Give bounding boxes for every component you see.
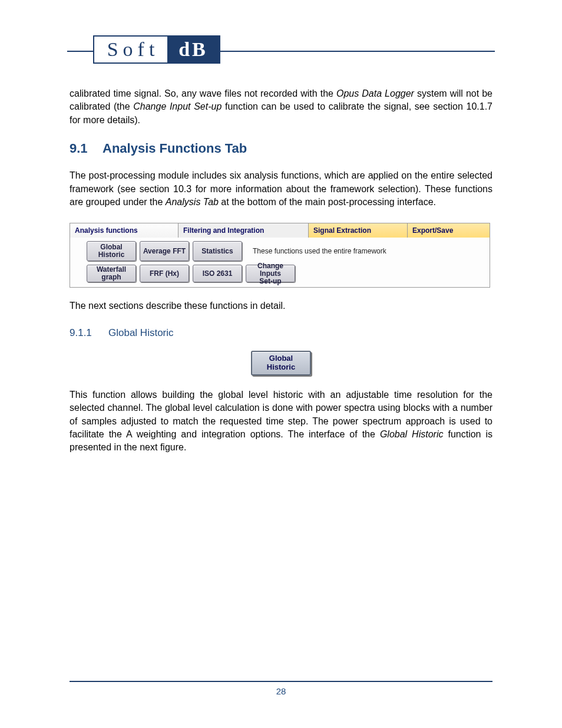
header-rule-right — [220, 51, 495, 52]
iso-2631-button[interactable]: ISO 2631 — [193, 265, 242, 282]
brand-logo: Soft dB — [93, 35, 220, 64]
brand-logo-soft: Soft — [94, 37, 167, 62]
header-rule-left — [67, 51, 93, 52]
em-change-input-setup: Change Input Set-up — [133, 101, 222, 111]
text: calibrated time signal. So, any wave fil… — [70, 88, 336, 98]
paragraph-next-sections: The next sections describe these functio… — [70, 299, 492, 312]
tab-strip: Analysis functions Filtering and Integra… — [70, 223, 490, 238]
em-opus-data-logger: Opus Data Logger — [336, 88, 414, 98]
footer-rule — [70, 681, 492, 682]
em-analysis-tab: Analysis Tab — [166, 197, 219, 207]
text: at the bottom of the main post-processin… — [219, 197, 436, 207]
em-global-historic: Global Historic — [380, 429, 444, 439]
tab-analysis-functions[interactable]: Analysis functions — [70, 223, 178, 238]
paragraph-9-1-1: This function allows building the global… — [70, 388, 492, 454]
heading-title: Global Historic — [108, 327, 174, 338]
change-inputs-setup-button[interactable]: Change InputsSet-up — [246, 265, 295, 282]
brand-logo-db: dB — [167, 37, 219, 62]
statistics-button[interactable]: Statistics — [193, 241, 242, 261]
figure-global-historic-button: GlobalHistoric — [70, 351, 492, 375]
paragraph-9-1: The post-processing module includes six … — [70, 169, 492, 209]
tab-signal-extraction[interactable]: Signal Extraction — [309, 223, 408, 238]
global-historic-button-large[interactable]: GlobalHistoric — [251, 351, 311, 375]
tab-export-save[interactable]: Export/Save — [408, 223, 490, 238]
tab-filtering-integration[interactable]: Filtering and Integration — [178, 223, 309, 238]
button-row-2: Waterfallgraph FRF (Hx) ISO 2631 Change … — [87, 265, 485, 282]
heading-title: Analysis Functions Tab — [103, 141, 247, 156]
button-row-1: GlobalHistoric Average FFT Statistics Th… — [87, 241, 485, 261]
page-number: 28 — [0, 686, 562, 696]
average-fft-button[interactable]: Average FFT — [140, 241, 189, 261]
waterfall-graph-button[interactable]: Waterfallgraph — [87, 265, 136, 282]
frf-hx-button[interactable]: FRF (Hx) — [140, 265, 189, 282]
document-page: Soft dB calibrated time signal. So, any … — [0, 0, 562, 728]
figure-tabs: Analysis functions Filtering and Integra… — [70, 223, 490, 288]
tab-panel-analysis: GlobalHistoric Average FFT Statistics Th… — [70, 238, 490, 288]
heading-9-1: 9.1Analysis Functions Tab — [70, 141, 492, 156]
header-logo-area: Soft dB — [70, 35, 492, 64]
paragraph-intro: calibrated time signal. So, any wave fil… — [70, 87, 492, 127]
heading-number: 9.1 — [70, 141, 103, 156]
heading-9-1-1: 9.1.1Global Historic — [70, 327, 492, 339]
heading-number: 9.1.1 — [70, 327, 108, 339]
framework-note: These functions used the entire framewor… — [246, 247, 386, 255]
global-historic-button[interactable]: GlobalHistoric — [87, 241, 136, 261]
